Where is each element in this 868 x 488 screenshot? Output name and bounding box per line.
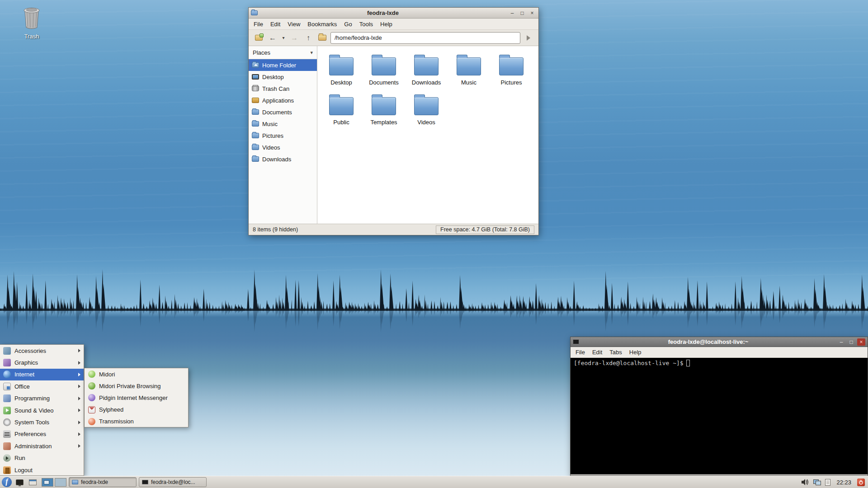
sidebar-item-videos[interactable]: Videos <box>249 141 317 153</box>
midori-icon <box>88 371 95 378</box>
close-button[interactable]: × <box>528 9 536 17</box>
menu-go[interactable]: Go <box>340 19 355 29</box>
window-icon <box>29 479 37 485</box>
menu-item-programming[interactable]: Programming <box>0 393 84 404</box>
menu-item-internet[interactable]: Internet <box>0 369 84 380</box>
menu-edit[interactable]: Edit <box>589 347 606 357</box>
menu-item-label: Sound & Video <box>14 407 54 414</box>
menu-edit[interactable]: Edit <box>267 19 284 29</box>
maximize-button[interactable]: □ <box>847 338 855 346</box>
jump-arrow-icon <box>527 35 530 41</box>
sidebar-item-music[interactable]: Music <box>249 118 317 130</box>
sidebar-item-label: Applications <box>262 97 294 104</box>
terminal-titlebar[interactable]: feodra-lxde@localhost-live:~ – □ × <box>571 337 868 347</box>
clipboard-icon[interactable] <box>825 479 830 486</box>
sidebar-item-downloads[interactable]: Downloads <box>249 153 317 165</box>
task-button-terminal[interactable]: feodra-lxde@loc... <box>139 477 207 487</box>
terminal-content[interactable]: [feodra-lxde@localhost-live ~]$ <box>571 358 868 474</box>
task-button-label: feodra-lxde@loc... <box>151 479 195 485</box>
menu-item-run[interactable]: Run <box>0 452 84 464</box>
minimize-button[interactable]: – <box>837 338 845 346</box>
sidebar-item-trash-can[interactable]: Trash Can <box>249 83 317 94</box>
path-input[interactable] <box>330 32 520 44</box>
folder-item-music[interactable]: Music <box>448 52 490 92</box>
menu-bookmarks[interactable]: Bookmarks <box>304 19 340 29</box>
menu-help[interactable]: Help <box>626 347 645 357</box>
forward-button[interactable]: → <box>288 32 300 44</box>
new-tab-icon <box>255 35 263 41</box>
folder-item-pictures[interactable]: Pictures <box>490 52 533 92</box>
submenu-item-label: Sylpheed <box>99 406 123 413</box>
menu-help[interactable]: Help <box>377 19 396 29</box>
submenu-item-midori-private[interactable]: Midori Private Browsing <box>85 380 188 392</box>
pager-desktop-1[interactable] <box>42 478 53 487</box>
menu-item-graphics[interactable]: Graphics <box>0 357 84 368</box>
folder-icon <box>252 109 259 115</box>
shutdown-button[interactable] <box>857 479 865 486</box>
menu-file[interactable]: File <box>572 347 589 357</box>
sidebar-item-pictures[interactable]: Pictures <box>249 130 317 141</box>
network-icon[interactable] <box>813 479 821 485</box>
file-manager-titlebar[interactable]: feodra-lxde – □ × <box>249 8 538 19</box>
jump-to-location-button[interactable] <box>523 32 534 44</box>
sidebar-item-documents[interactable]: Documents <box>249 106 317 118</box>
transmission-icon <box>88 418 95 425</box>
menu-item-system-tools[interactable]: System Tools <box>0 416 84 428</box>
folder-icon <box>252 121 259 127</box>
clock[interactable]: 22:23 <box>836 479 851 486</box>
sidebar-item-home-folder[interactable]: Home Folder <box>249 59 317 71</box>
menu-item-label: Internet <box>14 371 34 378</box>
menu-item-sound-video[interactable]: Sound & Video <box>0 404 84 416</box>
applications-icon <box>252 98 259 103</box>
sidebar-item-label: Documents <box>262 109 292 116</box>
desktop-trash-icon[interactable]: Trash <box>13 6 51 40</box>
pager-desktop-2[interactable] <box>55 478 66 487</box>
home-button[interactable] <box>316 32 328 44</box>
sidebar-item-applications[interactable]: Applications <box>249 94 317 106</box>
menu-file[interactable]: File <box>250 19 267 29</box>
back-button[interactable]: ← <box>267 32 278 44</box>
taskbar: f feodra-lxde feodra-lxde@loc... 22:23 <box>0 476 868 488</box>
minimize-button[interactable]: – <box>508 9 516 17</box>
folder-item-public[interactable]: Public <box>320 92 363 132</box>
submenu-item-sylpheed[interactable]: Sylpheed <box>85 404 188 416</box>
maximize-button[interactable]: □ <box>518 9 526 17</box>
volume-icon[interactable] <box>801 479 809 486</box>
places-selector[interactable]: Places ▾ <box>249 46 317 59</box>
menu-tabs[interactable]: Tabs <box>606 347 625 357</box>
terminal-launcher[interactable] <box>14 477 25 487</box>
fedora-logo-icon: f <box>5 478 8 485</box>
file-manager-launcher[interactable] <box>27 477 38 487</box>
folder-item-desktop[interactable]: Desktop <box>320 52 363 92</box>
menu-view[interactable]: View <box>284 19 304 29</box>
task-button-file-manager[interactable]: feodra-lxde <box>69 477 137 487</box>
new-tab-button[interactable] <box>253 32 264 44</box>
folder-item-documents[interactable]: Documents <box>363 52 405 92</box>
sidebar-item-desktop[interactable]: Desktop <box>249 71 317 83</box>
folder-icon <box>414 57 439 75</box>
submenu-item-midori[interactable]: Midori <box>85 368 188 380</box>
menu-item-logout[interactable]: Logout <box>0 464 84 476</box>
sylpheed-icon <box>88 406 95 413</box>
system-tray: 22:23 <box>801 479 866 486</box>
up-button[interactable]: ↑ <box>302 32 314 44</box>
folder-label: Public <box>333 119 349 126</box>
menu-item-accessories[interactable]: Accessories <box>0 345 84 357</box>
submenu-item-transmission[interactable]: Transmission <box>85 416 188 427</box>
file-manager-window: feodra-lxde – □ × File Edit View Bookmar… <box>248 7 539 235</box>
start-menu-button[interactable]: f <box>2 477 12 487</box>
terminal-menubar: File Edit Tabs Help <box>571 347 868 358</box>
history-dropdown[interactable]: ▾ <box>281 32 286 44</box>
folder-icon <box>252 145 259 150</box>
submenu-item-pidgin[interactable]: Pidgin Internet Messenger <box>85 392 188 404</box>
close-button[interactable]: × <box>857 338 865 346</box>
menu-item-administration[interactable]: Administration <box>0 440 84 452</box>
folder-item-videos[interactable]: Videos <box>405 92 448 132</box>
graphics-icon <box>3 359 11 366</box>
menu-item-office[interactable]: Office <box>0 380 84 392</box>
menu-tools[interactable]: Tools <box>356 19 377 29</box>
internet-icon <box>3 371 11 378</box>
folder-item-templates[interactable]: Templates <box>363 92 405 132</box>
folder-item-downloads[interactable]: Downloads <box>405 52 448 92</box>
menu-item-preferences[interactable]: Preferences <box>0 428 84 440</box>
